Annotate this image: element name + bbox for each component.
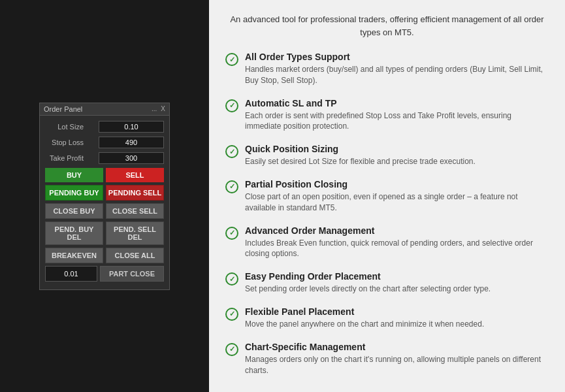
- check-icon: [225, 343, 238, 356]
- check-icon: [225, 272, 238, 286]
- intro-text: An advanced tool for professional trader…: [225, 13, 549, 39]
- stop-loss-label: Stop Loss: [45, 139, 88, 146]
- feature-desc: Includes Break Even function, quick remo…: [245, 238, 549, 260]
- breakeven-button[interactable]: BREAKEVEN: [45, 248, 103, 263]
- check-icon: [225, 180, 238, 193]
- minimize-button[interactable]: ...: [152, 105, 157, 112]
- buy-button[interactable]: BUY: [45, 168, 103, 182]
- feature-content: Chart-Specific ManagementManages orders …: [245, 342, 549, 376]
- take-profit-label: Take Profit: [45, 154, 88, 162]
- stop-loss-row: Stop Loss: [45, 137, 164, 148]
- check-icon: [225, 227, 238, 240]
- features-list: All Order Types SupportHandles market or…: [225, 52, 549, 376]
- feature-title: Automatic SL and TP: [245, 98, 549, 108]
- feature-title: Quick Position Sizing: [245, 144, 476, 154]
- close-all-button[interactable]: CLOSE ALL: [106, 248, 164, 263]
- feature-title: Flexible Panel Placement: [245, 306, 484, 317]
- breakeven-closeall-row: BREAKEVEN CLOSE ALL: [45, 248, 164, 263]
- feature-item: Advanced Order ManagementIncludes Break …: [225, 225, 549, 260]
- sell-button[interactable]: SELL: [106, 168, 164, 182]
- close-panel-button[interactable]: X: [161, 105, 165, 112]
- feature-title: Advanced Order Management: [245, 225, 549, 236]
- order-panel: Order Panel ... X Lot Size Stop Loss Tak…: [39, 103, 170, 290]
- check-icon: [225, 53, 238, 66]
- pend-buy-del-button[interactable]: PEND. BUY DEL: [45, 221, 103, 245]
- pending-sell-button[interactable]: PENDING SELL: [106, 185, 164, 201]
- feature-content: Quick Position SizingEasily set desired …: [245, 144, 476, 167]
- order-panel-body: Lot Size Stop Loss Take Profit BUY SELL …: [40, 116, 169, 289]
- stop-loss-input[interactable]: [99, 137, 164, 148]
- lot-size-input[interactable]: [99, 121, 164, 133]
- feature-desc: Manages orders only on the chart it's ru…: [245, 354, 549, 376]
- feature-desc: Set pending order levels directly on the…: [245, 284, 491, 295]
- feature-content: Partial Position ClosingClose part of an…: [245, 179, 549, 214]
- feature-item: Automatic SL and TPEach order is sent wi…: [225, 98, 549, 133]
- feature-title: Chart-Specific Management: [245, 342, 549, 352]
- close-buy-button[interactable]: CLOSE BUY: [45, 203, 103, 219]
- lot-size-label: Lot Size: [45, 123, 88, 131]
- pending-buy-button[interactable]: PENDING BUY: [45, 185, 103, 201]
- take-profit-row: Take Profit: [45, 152, 164, 164]
- feature-title: Easy Pending Order Placement: [245, 271, 491, 282]
- feature-item: Partial Position ClosingClose part of an…: [225, 179, 549, 214]
- check-icon: [225, 99, 238, 112]
- feature-content: All Order Types SupportHandles market or…: [245, 52, 549, 86]
- close-buy-sell-row: CLOSE BUY CLOSE SELL: [45, 203, 164, 219]
- order-panel-title: Order Panel: [44, 105, 82, 113]
- feature-title: All Order Types Support: [245, 52, 549, 62]
- feature-item: Easy Pending Order PlacementSet pending …: [225, 271, 549, 295]
- part-close-row: PART CLOSE: [45, 266, 164, 282]
- feature-desc: Move the panel anywhere on the chart and…: [245, 319, 484, 330]
- feature-desc: Each order is sent with predefined Stop …: [245, 110, 549, 133]
- feature-title: Partial Position Closing: [245, 179, 549, 189]
- check-icon: [225, 145, 238, 158]
- feature-item: All Order Types SupportHandles market or…: [225, 52, 549, 86]
- feature-content: Flexible Panel PlacementMove the panel a…: [245, 306, 484, 330]
- feature-content: Automatic SL and TPEach order is sent wi…: [245, 98, 549, 133]
- right-panel: An advanced tool for professional trader…: [209, 0, 565, 392]
- pending-buy-sell-row: PENDING BUY PENDING SELL: [45, 185, 164, 201]
- order-panel-title-bar: Order Panel ... X: [40, 103, 169, 116]
- part-close-button[interactable]: PART CLOSE: [100, 266, 164, 282]
- feature-content: Easy Pending Order PlacementSet pending …: [245, 271, 491, 295]
- feature-desc: Close part of an open position, even if …: [245, 191, 549, 214]
- left-panel: Order Panel ... X Lot Size Stop Loss Tak…: [0, 0, 209, 392]
- feature-item: Chart-Specific ManagementManages orders …: [225, 342, 549, 376]
- lot-size-row: Lot Size: [45, 121, 164, 133]
- check-icon: [225, 308, 238, 321]
- feature-item: Flexible Panel PlacementMove the panel a…: [225, 306, 549, 330]
- feature-item: Quick Position SizingEasily set desired …: [225, 144, 549, 167]
- pend-del-row: PEND. BUY DEL PEND. SELL DEL: [45, 221, 164, 245]
- feature-desc: Easily set desired Lot Size for flexible…: [245, 156, 476, 167]
- close-sell-button[interactable]: CLOSE SELL: [106, 203, 164, 219]
- pend-sell-del-button[interactable]: PEND. SELL DEL: [106, 221, 164, 245]
- feature-desc: Handles market orders (buy/sell) and all…: [245, 64, 549, 86]
- take-profit-input[interactable]: [99, 152, 164, 164]
- part-close-lot-input[interactable]: [45, 266, 97, 282]
- feature-content: Advanced Order ManagementIncludes Break …: [245, 225, 549, 260]
- buy-sell-row: BUY SELL: [45, 168, 164, 182]
